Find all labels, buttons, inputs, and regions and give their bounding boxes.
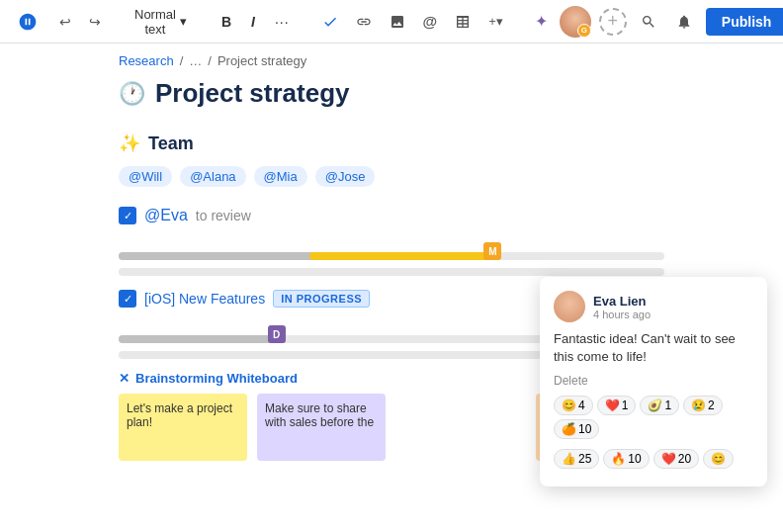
status-badge: IN PROGRESS	[273, 290, 370, 308]
feature-label[interactable]: [iOS] New Features	[144, 291, 265, 307]
more-format-button[interactable]: ···	[268, 10, 297, 34]
avatar-badge: G	[577, 24, 591, 38]
reaction-heart-count: 1	[622, 399, 629, 412]
reaction-orange-count: 10	[578, 422, 591, 436]
reaction-add[interactable]: 😊	[703, 449, 734, 469]
reaction-thumbsup[interactable]: 👍 25	[554, 449, 599, 469]
comment-timestamp: 4 hours ago	[593, 309, 651, 320]
image-button[interactable]	[384, 10, 411, 34]
reaction-avocado-count: 1	[664, 399, 671, 412]
toolbar-right: G + Publish Close ···	[560, 6, 783, 38]
publish-button[interactable]: Publish	[706, 8, 783, 36]
comment-delete-button[interactable]: Delete	[554, 374, 753, 388]
reaction-heart2-count: 20	[678, 452, 691, 466]
breadcrumb: Research / … / Project strategy	[0, 44, 783, 78]
sparkle-icon: ✨	[119, 133, 140, 154]
sticky-note-1[interactable]: Let's make a project plan!	[119, 394, 247, 461]
reaction-thumbsup-count: 25	[578, 452, 591, 466]
bold-button[interactable]: B	[215, 10, 238, 34]
ai-button[interactable]: ✦	[529, 8, 554, 35]
marker-m: M	[483, 242, 501, 260]
brainstorm-icon: ✕	[119, 371, 130, 386]
table-button[interactable]	[449, 10, 477, 34]
comment-header: Eva Lien 4 hours ago	[554, 291, 753, 322]
mention-alana[interactable]: @Alana	[180, 166, 245, 187]
marker-d: D	[268, 325, 286, 343]
reaction-heart2[interactable]: ❤️ 20	[653, 449, 699, 469]
team-heading-text: Team	[148, 133, 194, 154]
progress-bar-2	[119, 268, 664, 276]
breadcrumb-current: Project strategy	[218, 53, 306, 68]
mentions-list: @Will @Alana @Mia @Jose	[119, 166, 664, 187]
task-mention-eva[interactable]: @Eva	[144, 207, 188, 224]
commenter-avatar	[554, 291, 585, 322]
task-checkbox-eva[interactable]	[119, 207, 136, 224]
team-heading: ✨ Team	[119, 133, 664, 154]
reaction-fire[interactable]: 🔥 10	[603, 449, 649, 469]
mention-will[interactable]: @Will	[119, 166, 172, 187]
commenter-avatar-img	[554, 291, 585, 322]
breadcrumb-parent[interactable]: Research	[119, 53, 174, 68]
redo-button[interactable]: ↪	[83, 10, 107, 34]
breadcrumb-sep-2: /	[208, 53, 212, 68]
reaction-avocado[interactable]: 🥑 1	[640, 396, 679, 415]
italic-button[interactable]: I	[244, 10, 262, 34]
reaction-row-1: 😊 4 ❤️ 1 🥑 1 😢 2 🍊 10	[554, 396, 753, 439]
reaction-row-2: 👍 25 🔥 10 ❤️ 20 😊	[554, 449, 753, 469]
search-button[interactable]	[635, 10, 662, 34]
checklist-button[interactable]	[316, 10, 344, 34]
reaction-cry[interactable]: 😢 2	[683, 396, 723, 415]
page-title: Project strategy	[155, 78, 350, 109]
breadcrumb-sep-1: /	[180, 53, 184, 68]
comment-reactions: 😊 4 ❤️ 1 🥑 1 😢 2 🍊 10 👍 25 🔥 10 ❤️ 20 😊	[554, 396, 753, 473]
comment-author-name: Eva Lien	[593, 294, 651, 309]
page-title-icon: 🕐	[119, 81, 145, 107]
notification-button[interactable]	[670, 10, 698, 34]
link-button[interactable]	[350, 10, 378, 34]
mention-mia[interactable]: @Mia	[254, 166, 307, 187]
task-label-eva: to review	[196, 208, 251, 223]
bar-fill-yellow	[309, 252, 489, 260]
breadcrumb-ellipsis: …	[189, 53, 202, 68]
undo-button[interactable]: ↩	[53, 10, 77, 34]
reaction-heart[interactable]: ❤️ 1	[597, 396, 637, 415]
logo-button[interactable]	[12, 8, 44, 36]
user-avatar-container: G	[560, 6, 591, 38]
add-more-button[interactable]: +▾	[482, 10, 509, 33]
reaction-smile[interactable]: 😊 4	[554, 396, 593, 415]
chevron-down-icon: ▾	[180, 14, 187, 29]
mention-button[interactable]: @	[417, 9, 444, 34]
reaction-orange[interactable]: 🍊 10	[554, 419, 599, 439]
sticky-note-2[interactable]: Make sure to share with sales before the	[257, 394, 386, 461]
feature-checkbox[interactable]	[119, 290, 136, 308]
toolbar: ↩ ↪ Normal text ▾ B I ··· @ +▾ ✦ G + Pub…	[0, 0, 783, 44]
reaction-smile-count: 4	[578, 399, 585, 412]
progress-bars-section: M	[119, 238, 664, 276]
text-style-dropdown[interactable]: Normal text ▾	[127, 3, 195, 41]
reaction-cry-count: 2	[708, 399, 715, 412]
add-collaborator-button[interactable]: +	[599, 8, 627, 36]
brainstorm-label[interactable]: Brainstorming Whiteboard	[135, 371, 298, 386]
sticky-note-1-text: Let's make a project plan!	[127, 401, 239, 429]
progress-bar-1: M	[119, 252, 664, 260]
bar-fill-3	[119, 335, 272, 343]
mention-jose[interactable]: @Jose	[315, 166, 376, 187]
task-row-eva: @Eva to review	[119, 207, 664, 224]
comment-popup: Eva Lien 4 hours ago Fantastic idea! Can…	[540, 277, 767, 487]
comment-author-info: Eva Lien 4 hours ago	[593, 294, 651, 320]
reaction-fire-count: 10	[628, 452, 641, 466]
sticky-note-2-text: Make sure to share with sales before the	[265, 401, 378, 429]
page-title-row: 🕐 Project strategy	[119, 78, 664, 109]
text-style-label: Normal text	[134, 7, 176, 37]
comment-text: Fantastic idea! Can't wait to see this c…	[554, 330, 753, 366]
sticky-note-spacer	[395, 394, 524, 461]
